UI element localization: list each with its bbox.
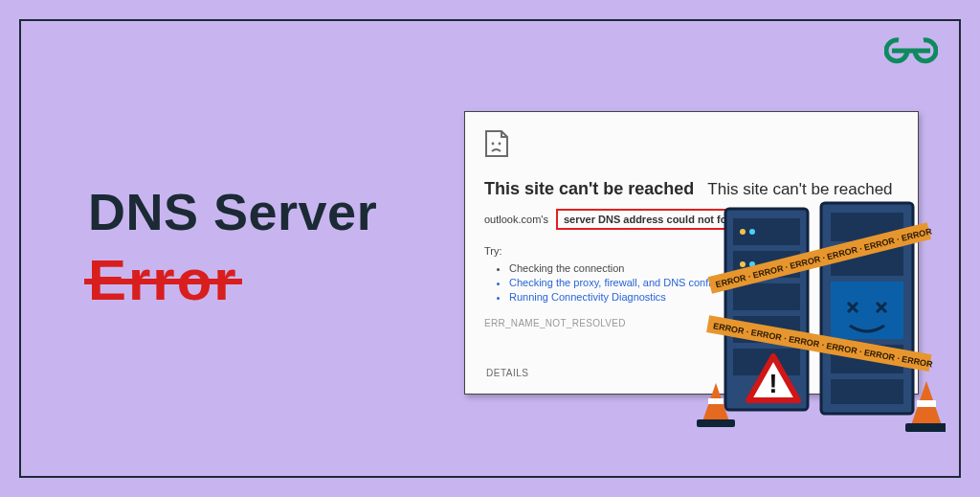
error-domain-prefix: outlook.com's: [484, 214, 548, 225]
svg-rect-18: [831, 379, 903, 404]
svg-point-2: [499, 143, 501, 146]
svg-rect-6: [733, 283, 800, 310]
svg-rect-26: [917, 400, 936, 407]
details-link[interactable]: DETAILS: [486, 368, 528, 378]
svg-rect-25: [697, 419, 735, 427]
error-heading-bold: This site can't be reached: [484, 179, 694, 199]
svg-rect-24: [708, 398, 724, 404]
geeksforgeeks-logo: [884, 34, 938, 67]
svg-point-11: [740, 261, 746, 267]
svg-point-9: [740, 229, 746, 235]
title-line1: DNS Server: [88, 182, 377, 241]
server-error-illustration: ERROR · ERROR · ERROR · ERROR · ERROR · …: [697, 199, 946, 439]
title-line2-strikethrough: Error: [88, 247, 238, 313]
svg-text:!: !: [768, 369, 777, 398]
error-heading-plain: This site can't be reached: [707, 180, 892, 199]
svg-point-10: [749, 229, 755, 235]
page-title: DNS Server Error: [88, 182, 377, 313]
svg-point-1: [492, 143, 495, 146]
svg-rect-27: [905, 423, 946, 432]
sad-page-icon: [484, 129, 509, 158]
